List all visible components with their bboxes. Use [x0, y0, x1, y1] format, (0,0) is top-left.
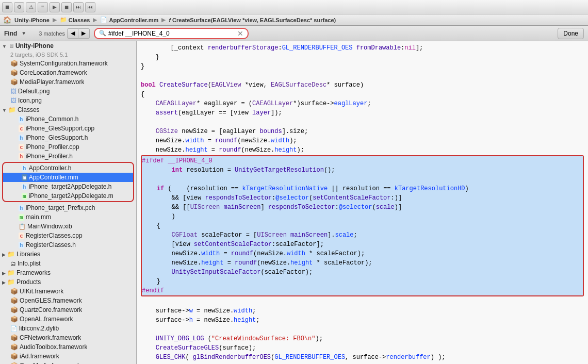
systemconfig-label: SystemConfiguration.framework	[20, 60, 108, 67]
sidebar-item-openal[interactable]: 📦 OpenAL.framework	[0, 315, 136, 324]
sidebar-item-iphone-gles-h[interactable]: h iPhone_GlesSupport.h	[0, 133, 136, 142]
breadcrumb-file[interactable]: 📄 AppController.mm	[100, 16, 158, 23]
sidebar-item-target2-h[interactable]: h iPhone_target2AppDelegate.h	[3, 182, 133, 191]
code-line: {	[141, 90, 584, 99]
project-icon-sidebar: 🖥	[8, 43, 14, 49]
code-line	[142, 175, 583, 184]
h-icon-3: h	[19, 153, 24, 160]
find-done-button[interactable]: Done	[558, 28, 584, 39]
info-plist-label: Info.plist	[18, 260, 41, 267]
framework-icon-3: 📦	[10, 78, 18, 86]
appcontroller-mm-label: AppController.mm	[29, 174, 78, 181]
toolbar-btn-2[interactable]: ⚙	[14, 2, 24, 12]
sidebar-item-info-plist[interactable]: 🗂 Info.plist	[0, 259, 136, 268]
opengles-label: OpenGLES.framework	[20, 297, 82, 304]
code-line: && [[UIScreen mainScreen] respondsToSele…	[142, 203, 583, 212]
project-triangle	[2, 42, 7, 49]
code-line: newSize.width = roundf(newSize.width);	[141, 136, 584, 145]
file-icon-1: 📄	[100, 16, 107, 23]
sidebar-item-audiotoolbox[interactable]: 📦 AudioToolbox.framework	[0, 342, 136, 352]
toolbar-btn-3[interactable]: ⚠	[26, 2, 36, 12]
find-prev-button[interactable]: ◀	[67, 28, 78, 39]
target2-m-label: iPhone_target2AppDelegate.m	[29, 192, 113, 200]
find-next-button[interactable]: ▶	[78, 28, 90, 39]
m-icon-2: m	[22, 193, 27, 200]
frameworks-triangle	[2, 269, 6, 276]
toolbar-btn-5[interactable]: ▶	[50, 2, 60, 12]
libiconv-label: libiconv.2.dylib	[19, 325, 59, 332]
toolbar-btn-7[interactable]: ⏭	[73, 2, 84, 12]
sidebar-item-prefix-pch[interactable]: h iPhone_target_Prefix.pch	[0, 203, 136, 212]
sidebar-item-classes[interactable]: 📁 Classes	[0, 105, 136, 114]
code-line: surface->w = newSize.width;	[141, 306, 584, 316]
code-line: CAEAGLLayer* eaglLayer = (CAEAGLLayer*)s…	[141, 99, 584, 108]
toolbar-btn-8[interactable]: ⏮	[85, 2, 95, 12]
frameworks-label: Frameworks	[17, 269, 51, 276]
sidebar-item-defaultpng[interactable]: 🖼 Default.png	[0, 87, 136, 96]
code-line: }	[141, 53, 584, 62]
sidebar-item-corelocation[interactable]: 📦 CoreLocation.framework	[0, 68, 136, 77]
code-line: int resolution = UnityGetTargetResolutio…	[142, 166, 583, 175]
sidebar-item-main-mm[interactable]: m main.mm	[0, 212, 136, 222]
image-icon-1: 🖼	[10, 88, 17, 95]
breadcrumb-project[interactable]: Unity-iPhone	[14, 17, 50, 23]
sidebar-item-registerclasses-h[interactable]: h RegisterClasses.h	[0, 240, 136, 250]
sidebar-item-mainwindow[interactable]: 📋 MainWindow.xib	[0, 222, 136, 231]
sidebar-item-systemconfig[interactable]: 📦 SystemConfiguration.framework	[0, 59, 136, 68]
code-line: UNITY_DBG_LOG ("CreateWindowSurface: FBO…	[141, 334, 584, 343]
find-dropdown-icon[interactable]: ▼	[21, 30, 26, 36]
function-icon: f	[169, 17, 171, 23]
sidebar-item-iad[interactable]: 📦 iAd.framework	[0, 352, 136, 361]
code-line: )	[142, 212, 583, 221]
mainwindow-label: MainWindow.xib	[27, 223, 72, 230]
sidebar-item-cfnetwork[interactable]: 📦 CFNetwork.framework	[0, 333, 136, 342]
fw-icon-cfnetwork: 📦	[10, 334, 18, 341]
corelocation-label: CoreLocation.framework	[20, 69, 87, 76]
iphone-common-label: iPhone_Common.h	[26, 115, 79, 123]
sidebar-item-mediaplayer[interactable]: 📦 MediaPlayer.framework	[0, 77, 136, 87]
code-line: surface->h = newSize.height;	[141, 316, 584, 325]
sidebar-item-libiconv[interactable]: 📄 libiconv.2.dylib	[0, 324, 136, 333]
iphone-gles-h-label: iPhone_GlesSupport.h	[26, 134, 88, 141]
sidebar-item-iphone-profiler-cpp[interactable]: c iPhone_Profiler.cpp	[0, 142, 136, 152]
sidebar-item-products[interactable]: 📁 Products	[0, 277, 136, 287]
sidebar-item-iphone-profiler-h[interactable]: h iPhone_Profiler.h	[0, 152, 136, 161]
sidebar-item-appcontroller-h[interactable]: h AppController.h	[3, 163, 133, 173]
h-icon-6: h	[19, 205, 24, 211]
toolbar-btn-6[interactable]: ◼	[61, 2, 72, 12]
sidebar-item-opengles[interactable]: 📦 OpenGLES.framework	[0, 296, 136, 305]
toolbar-btn-1[interactable]: ⏹	[2, 2, 12, 12]
sidebar-item-quartzcore[interactable]: 📦 QuartzCore.framework	[0, 305, 136, 315]
sidebar-project-root[interactable]: 🖥 Unity-iPhone	[0, 41, 136, 51]
sidebar-item-iconpng[interactable]: 🖼 Icon.png	[0, 96, 136, 105]
code-line: CGSize newSize = [eaglLayer bounds].size…	[141, 127, 584, 136]
code-editor[interactable]: [_context renderbufferStorage:GL_RENDERB…	[137, 41, 588, 364]
breadcrumb-function[interactable]: f CreateSurface(EAGLView *view, EAGLSurf…	[169, 17, 336, 23]
libraries-label: Libraries	[17, 251, 40, 258]
h-icon-4: h	[22, 165, 27, 172]
sidebar-item-registerclasses-cpp[interactable]: c RegisterClasses.cpp	[0, 231, 136, 240]
fw-icon-opengles: 📦	[10, 297, 18, 304]
breadcrumb-classes[interactable]: 📁 Classes	[60, 16, 90, 23]
sidebar-item-appcontroller-mm[interactable]: m AppController.mm	[3, 173, 133, 182]
code-line	[141, 362, 584, 364]
project-icon: 🏠	[3, 16, 11, 24]
find-input[interactable]	[108, 30, 235, 37]
framework-icon-2: 📦	[10, 69, 18, 76]
code-line: [_context renderbufferStorage:GL_RENDERB…	[141, 43, 584, 53]
toolbar-btn-4[interactable]: ≡	[38, 2, 48, 12]
sidebar-item-frameworks[interactable]: 📁 Frameworks	[0, 268, 136, 277]
code-line: CGFloat scaleFactor = [UIScreen mainScre…	[142, 230, 583, 240]
sidebar-item-coremedia[interactable]: 📦 CoreMedia.framework	[0, 361, 136, 364]
sidebar-item-target2-m[interactable]: m iPhone_target2AppDelegate.m	[3, 191, 133, 201]
fw-icon-audiotoolbox: 📦	[10, 343, 18, 351]
sidebar-item-iphone-gles-cpp[interactable]: c iPhone_GlesSupport.cpp	[0, 124, 136, 133]
title-bar: 🏠 Unity-iPhone ▶ 📁 Classes ▶ 📄 AppContro…	[0, 14, 588, 26]
sidebar-item-libraries[interactable]: 📁 Libraries	[0, 250, 136, 259]
sidebar-item-uikit[interactable]: 📦 UIKit.framework	[0, 287, 136, 296]
sidebar-item-iphone-common[interactable]: h iPhone_Common.h	[0, 114, 136, 124]
project-name: Unity-iPhone	[15, 42, 54, 49]
cfnetwork-label: CFNetwork.framework	[20, 334, 81, 341]
find-clear-button[interactable]: ✕	[237, 30, 243, 37]
sidebar-item-sdk: 2 targets, iOS SDK 5.1	[0, 51, 136, 59]
